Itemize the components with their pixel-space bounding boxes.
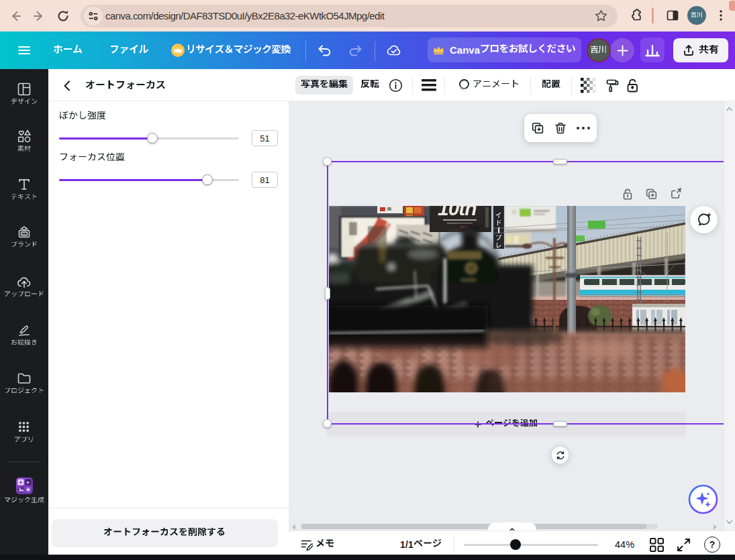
svg-text:co.: co. <box>22 232 26 235</box>
svg-text:10th: 10th <box>438 206 477 219</box>
